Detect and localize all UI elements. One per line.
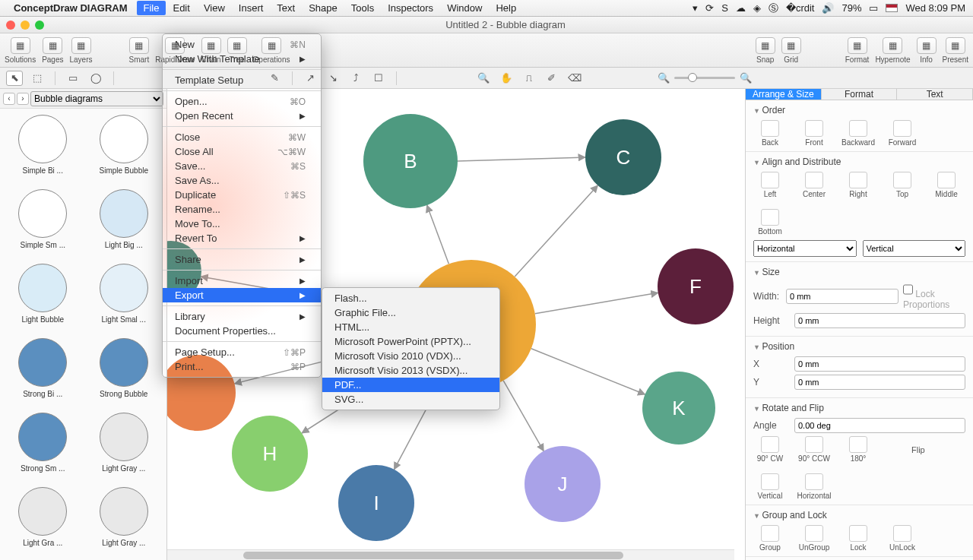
order-row-backward[interactable]: Backward: [841, 120, 875, 147]
flip-vertical[interactable]: Vertical: [753, 473, 787, 500]
connector-2-icon[interactable]: ↘: [325, 71, 341, 86]
zoom-window-button[interactable]: [35, 21, 44, 30]
file-menu-close-all[interactable]: Close All⌥⌘W: [163, 144, 321, 159]
connector-3-icon[interactable]: ⤴: [347, 71, 364, 86]
pointer-tool-icon[interactable]: ⬉: [6, 71, 23, 86]
file-menu-document-properties-[interactable]: Document Properties...: [163, 324, 321, 338]
export-menu-graphic-file-[interactable]: Graphic File...: [322, 305, 499, 320]
toolbar-layers[interactable]: ▦Layers: [70, 36, 93, 64]
file-menu-move-to-[interactable]: Move To...: [163, 217, 321, 231]
marquee-tool-icon[interactable]: ⬚: [29, 71, 46, 86]
file-menu-import[interactable]: Import▶: [163, 274, 321, 288]
shape-item[interactable]: Light Gray ...: [87, 487, 161, 554]
angle-input[interactable]: [794, 418, 965, 433]
volume-icon[interactable]: 🔊: [822, 2, 834, 14]
library-select[interactable]: Bubble diagrams: [30, 91, 163, 106]
shape-item[interactable]: Light Gra ...: [6, 487, 80, 554]
export-menu-svg-[interactable]: SVG...: [322, 392, 499, 407]
file-menu-print-[interactable]: Print...⌘P: [163, 359, 321, 374]
rotate-row--cw[interactable]: 90° CW: [753, 436, 787, 463]
zoom-in-icon[interactable]: 🔍: [740, 72, 752, 84]
file-menu-save-[interactable]: Save...⌘S: [163, 159, 321, 173]
rectangle-tool-icon[interactable]: ▭: [65, 71, 81, 86]
group-row-lock[interactable]: Lock: [841, 525, 875, 552]
toolbar-hypernote[interactable]: ▦Hypernote: [875, 36, 910, 64]
toolbar-grid[interactable]: ▦Grid: [781, 36, 801, 64]
library-back-button[interactable]: ‹: [3, 93, 15, 105]
export-menu-microsoft-powerpoint-pptx-[interactable]: Microsoft PowerPoint (PPTX)...: [322, 334, 499, 349]
shape-item[interactable]: Strong Sm ...: [6, 413, 80, 479]
align-row-center[interactable]: Center: [797, 172, 831, 198]
close-window-button[interactable]: [6, 21, 15, 30]
ellipse-tool-icon[interactable]: ◯: [87, 71, 104, 86]
flip-horizontal[interactable]: Horizontal: [797, 473, 831, 500]
menu-window[interactable]: Window: [440, 1, 489, 15]
file-menu-export[interactable]: Export▶: [163, 288, 321, 302]
y-input[interactable]: [794, 375, 965, 390]
zoom-tool-icon[interactable]: 🔍: [475, 71, 492, 86]
export-menu-pdf-[interactable]: PDF...: [322, 378, 499, 392]
file-menu-page-setup-[interactable]: Page Setup...⇧⌘P: [163, 345, 321, 359]
wifi-icon[interactable]: �crdit: [786, 2, 815, 14]
shape-item[interactable]: Strong Bubble: [87, 338, 161, 405]
file-menu-open-[interactable]: Open...⌘O: [163, 94, 321, 109]
menu-edit[interactable]: Edit: [166, 1, 196, 15]
toolbar-smart[interactable]: ▦Smart: [129, 36, 150, 64]
toolbar-info[interactable]: ▦Info: [917, 36, 937, 64]
shape-item[interactable]: Light Gray ...: [87, 413, 161, 479]
file-menu-revert-to[interactable]: Revert To▶: [163, 231, 321, 245]
menu-view[interactable]: View: [197, 1, 232, 15]
order-row-forward[interactable]: Forward: [886, 120, 919, 147]
align-row-middle[interactable]: Middle: [930, 172, 963, 198]
file-menu-duplicate[interactable]: Duplicate⇧⌘S: [163, 188, 321, 202]
file-menu-library[interactable]: Library▶: [163, 309, 321, 324]
shape-item[interactable]: Simple Bi ...: [6, 115, 80, 182]
shape-item[interactable]: Strong Bi ...: [6, 338, 80, 405]
shape-item[interactable]: Simple Bubble: [87, 115, 161, 182]
file-menu-template-setup[interactable]: Template Setup: [163, 73, 321, 87]
inspector-tab-text[interactable]: Text: [897, 89, 973, 100]
eraser-tool-icon[interactable]: ⌫: [566, 71, 583, 86]
file-menu-new-with-template[interactable]: New With Template▶: [163, 52, 321, 66]
lock-proportions-checkbox[interactable]: [903, 282, 913, 297]
inspector-tab-format[interactable]: Format: [822, 89, 898, 100]
export-menu-flash-[interactable]: Flash...: [322, 291, 499, 305]
group-row-unlock[interactable]: UnLock: [886, 525, 919, 552]
shape-item[interactable]: Light Bubble: [6, 264, 80, 331]
eyedropper-tool-icon[interactable]: ✐: [544, 71, 560, 86]
toolbar-solutions[interactable]: ▦Solutions: [5, 36, 36, 64]
letter-icon[interactable]: S: [721, 2, 728, 14]
align-row-top[interactable]: Top: [886, 172, 919, 198]
vlc-icon[interactable]: ▾: [693, 2, 698, 14]
file-menu-new[interactable]: New⌘N: [163, 37, 321, 52]
rotate-row--ccw[interactable]: 90° CCW: [797, 436, 831, 463]
shape-item[interactable]: Light Big ...: [87, 189, 161, 256]
diamond-icon[interactable]: ◈: [753, 2, 761, 14]
shape-item[interactable]: Simple Sm ...: [6, 189, 80, 256]
menu-inspectors[interactable]: Inspectors: [381, 1, 440, 15]
file-menu-share[interactable]: Share▶: [163, 252, 321, 267]
shape-item[interactable]: Light Smal ...: [87, 264, 161, 331]
skype-icon[interactable]: Ⓢ: [769, 2, 778, 15]
battery-icon[interactable]: ▭: [869, 2, 878, 14]
zoom-slider[interactable]: 🔍 🔍: [658, 72, 752, 84]
file-menu-open-recent[interactable]: Open Recent▶: [163, 109, 321, 123]
group-row-ungroup[interactable]: UnGroup: [797, 525, 831, 552]
toolbar-present[interactable]: ▦Present: [943, 36, 968, 64]
menu-text[interactable]: Text: [270, 1, 302, 15]
menu-insert[interactable]: Insert: [232, 1, 271, 15]
inspector-tab-arrange-size[interactable]: Arrange & Size: [746, 89, 822, 100]
x-input[interactable]: [794, 356, 965, 372]
cloud-icon[interactable]: ☁: [736, 2, 746, 14]
menu-help[interactable]: Help: [489, 1, 523, 15]
rotate-row--[interactable]: 180°: [841, 436, 875, 463]
height-input[interactable]: [794, 313, 965, 328]
menu-file[interactable]: File: [137, 1, 166, 15]
export-menu-microsoft-visio-vsdx-[interactable]: Microsoft Visio 2013 (VSDX)...: [322, 363, 499, 378]
horizontal-scrollbar[interactable]: [167, 549, 734, 560]
sync-icon[interactable]: ⟳: [705, 2, 714, 14]
menu-tools[interactable]: Tools: [344, 1, 381, 15]
file-menu-save-as-[interactable]: Save As...: [163, 173, 321, 188]
distribute-h-select[interactable]: Horizontal: [753, 240, 857, 257]
minimize-window-button[interactable]: [21, 21, 30, 30]
